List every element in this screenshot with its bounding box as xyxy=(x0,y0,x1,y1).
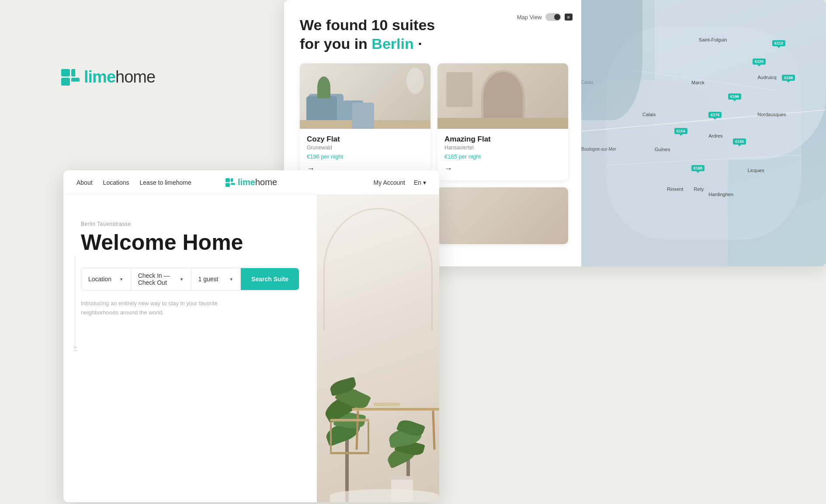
property-location-2: Hansaviertel xyxy=(444,145,561,151)
nav-lang[interactable]: En ▾ xyxy=(414,179,426,186)
hero-section: 10 Berlin Tauenstrasse Welcome Home Loca… xyxy=(63,195,439,502)
hero-image xyxy=(317,195,439,502)
map-view-label: Map View xyxy=(517,14,542,21)
main-brand-logo: limehome xyxy=(61,68,155,86)
nav-logo-text: limehome xyxy=(238,177,277,187)
checkin-arrow: ▼ xyxy=(180,277,184,282)
property-info-2: Amazing Flat Hansaviertel €185 per night… xyxy=(437,129,568,180)
checkin-label: Check In — Check Out xyxy=(138,272,176,286)
property-price-2: €185 per night xyxy=(444,153,561,160)
guests-arrow: ▼ xyxy=(229,277,233,282)
list-view-btn[interactable]: ≡ xyxy=(565,14,573,21)
guests-label: 1 guest xyxy=(198,276,219,283)
hero-subtitle: Berlin Tauenstrasse xyxy=(81,221,299,227)
nav-logo-lime: lime xyxy=(238,177,255,187)
map-label-saint-folguin: Saint-Folguin xyxy=(699,37,727,42)
map-pin-8[interactable]: €168 xyxy=(691,165,705,171)
search-suite-button[interactable]: Search Suite xyxy=(241,268,299,290)
property-card-2[interactable]: Amazing Flat Hansaviertel €185 per night… xyxy=(437,63,568,180)
map-view-toggle-pill[interactable] xyxy=(545,13,561,21)
map-label-marck: Marck xyxy=(691,80,705,85)
hero-description: Introducing an entirely new way to stay … xyxy=(81,299,229,318)
map-label-nordausques: Nordausques xyxy=(757,112,786,117)
chair-decoration xyxy=(330,419,369,454)
map-label-calais: Calais xyxy=(642,112,656,117)
water-area xyxy=(581,0,642,120)
location-label: Location xyxy=(88,276,111,283)
property-location-1: Grunewald xyxy=(307,145,423,151)
location-arrow: ▼ xyxy=(119,277,124,282)
nav-locations[interactable]: Locations xyxy=(103,179,129,186)
map-label-rety: Rety xyxy=(694,186,704,192)
limehome-website-card: About Locations Lease to limehome limeho… xyxy=(63,170,439,502)
map-label-audruicq: Audruicq xyxy=(757,75,776,80)
nav-logo-home: home xyxy=(255,177,277,187)
map-pin-1[interactable]: €196 xyxy=(728,93,741,100)
property-image-2 xyxy=(437,63,568,129)
checkin-field[interactable]: Check In — Check Out ▼ xyxy=(131,268,191,290)
nav-lease[interactable]: Lease to limehome xyxy=(140,179,191,186)
map-label-guines: Guînes xyxy=(655,147,670,152)
map-view-toggle[interactable]: Map View ≡ xyxy=(517,13,573,21)
location-field[interactable]: Location ▼ xyxy=(81,268,131,290)
nav-my-account[interactable]: My Account xyxy=(374,179,405,186)
property-card-4[interactable] xyxy=(437,187,568,244)
map-label-boulogne: Boulogne-sur-Mer xyxy=(581,147,616,152)
nav-logo-icon xyxy=(226,178,235,187)
nav-about[interactable]: About xyxy=(76,179,93,186)
map-pin-5[interactable]: €185 xyxy=(733,138,746,145)
map-pin-7[interactable]: €154 xyxy=(674,128,687,134)
logo-icon xyxy=(61,69,80,86)
hero-title: Welcome Home xyxy=(81,231,299,255)
logo-text: limehome xyxy=(84,68,155,86)
site-nav: About Locations Lease to limehome limeho… xyxy=(63,170,439,195)
property-grid: Cozy Flat Grunewald €196 per night → Ama… xyxy=(300,63,568,180)
arch-decoration xyxy=(323,208,433,330)
property-image-1 xyxy=(300,63,430,129)
property-name-1: Cozy Flat xyxy=(307,135,423,144)
nav-right: My Account En ▾ xyxy=(374,179,426,186)
property-link-2[interactable]: → xyxy=(444,164,561,173)
side-line xyxy=(75,256,75,349)
map-pin-2[interactable]: €220 xyxy=(753,59,766,65)
map-label-ardres: Ardres xyxy=(708,133,722,138)
book-decoration xyxy=(374,403,400,406)
hero-left: 10 Berlin Tauenstrasse Welcome Home Loca… xyxy=(63,195,317,502)
guests-field[interactable]: 1 guest ▼ xyxy=(191,268,241,290)
property-card-1[interactable]: Cozy Flat Grunewald €196 per night → xyxy=(300,63,430,180)
side-indicator: 10 xyxy=(73,345,78,352)
property-price-1: €196 per night xyxy=(307,153,423,160)
map-panel: Calais Saint-Folguin Marck Audruicq Guîn… xyxy=(581,0,826,266)
map-pin-6[interactable]: €198 xyxy=(782,75,795,81)
nav-center-logo: limehome xyxy=(226,177,277,187)
map-pin-3[interactable]: €210 xyxy=(772,40,785,46)
property-name-2: Amazing Flat xyxy=(444,135,561,144)
map-label-licques: Licques xyxy=(748,168,764,173)
rug-decoration xyxy=(330,489,439,502)
results-title: We found 10 suites for you in Berlin · xyxy=(300,16,568,53)
search-bar: Location ▼ Check In — Check Out ▼ 1 gues… xyxy=(81,268,299,290)
map-label-rinxent: Rinxent xyxy=(667,186,683,192)
map-label-hardinghen: Hardinghen xyxy=(708,192,733,197)
map-pin-4[interactable]: €175 xyxy=(708,112,722,118)
nav-links: About Locations Lease to limehome xyxy=(76,179,191,186)
